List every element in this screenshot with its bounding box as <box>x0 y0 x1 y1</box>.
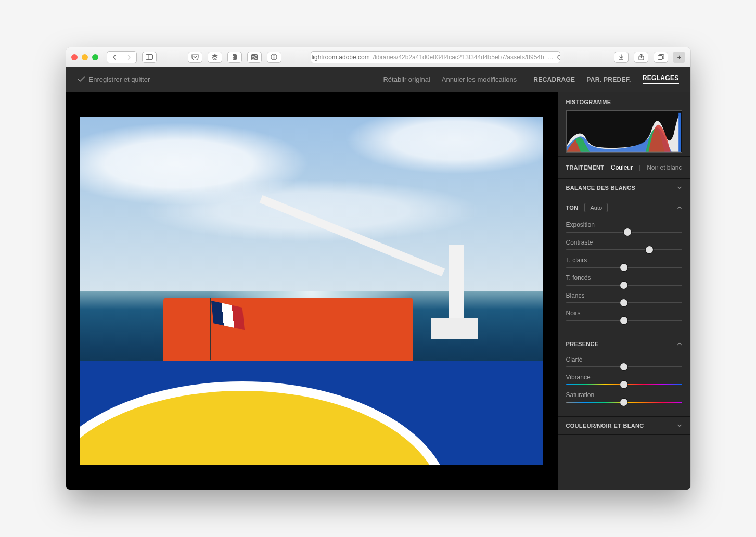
exposure-label: Exposition <box>566 221 682 228</box>
vibrance-thumb[interactable] <box>620 381 627 388</box>
photo-crane <box>247 222 478 340</box>
tabs-icon <box>658 54 664 60</box>
treatment-color-option[interactable]: Couleur <box>611 164 633 171</box>
tone-header[interactable]: TON Auto <box>558 197 690 218</box>
toolbar-right: + <box>614 52 685 63</box>
onepassword-extension-button[interactable] <box>267 52 281 63</box>
vibrance-label: Vibrance <box>566 374 682 381</box>
image-stage <box>66 92 557 490</box>
zoom-window-button[interactable] <box>92 54 98 60</box>
white-balance-section: BALANCE DES BLANCS <box>558 179 690 197</box>
restore-original-button[interactable]: Rétablir original <box>383 75 430 83</box>
checkmark-icon <box>78 76 85 82</box>
clarity-label: Clarté <box>566 356 682 363</box>
chevron-down-icon <box>677 185 682 190</box>
tab-presets[interactable]: PAR. PREDEF. <box>586 76 631 83</box>
shadows-thumb[interactable] <box>620 282 627 289</box>
color-bw-header[interactable]: COULEUR/NOIR ET BLANC <box>558 417 690 434</box>
minimize-window-button[interactable] <box>82 54 88 60</box>
blacks-label: Noirs <box>566 310 682 317</box>
clarity-slider-row: Clarté <box>566 356 682 367</box>
app-body: HISTOGRAMME <box>66 92 690 490</box>
presence-header[interactable]: PRESENCE <box>558 335 690 353</box>
pocket-icon <box>191 54 199 60</box>
tab-crop[interactable]: RECADRAGE <box>533 76 575 83</box>
browser-window: lightroom.adobe.com/libraries/42b2a41d0e… <box>66 47 690 490</box>
reload-icon[interactable] <box>557 54 561 60</box>
clarity-thumb[interactable] <box>620 363 627 370</box>
white-balance-title: BALANCE DES BLANCS <box>566 185 636 191</box>
shadows-slider-row: T. foncés <box>566 274 682 286</box>
pocket-extension-button[interactable] <box>188 52 202 63</box>
chevron-down-icon <box>677 423 682 428</box>
clarity-slider[interactable] <box>566 366 682 367</box>
highlights-label: T. clairs <box>566 257 682 264</box>
evernote-extension-button[interactable] <box>227 52 242 63</box>
vibrance-slider-row: Vibrance <box>566 374 682 385</box>
edit-mode-tabs: RECADRAGE PAR. PREDEF. REGLAGES <box>533 74 678 84</box>
whites-slider-row: Blancs <box>566 292 682 303</box>
histogram-display <box>566 110 682 153</box>
white-balance-header[interactable]: BALANCE DES BLANCS <box>558 179 690 197</box>
shadows-slider[interactable] <box>566 285 682 286</box>
saturation-slider[interactable] <box>566 402 682 403</box>
tone-body: Exposition Contraste T. clairs T. f <box>558 221 690 335</box>
address-bar[interactable]: lightroom.adobe.com/libraries/42b2a41d0e… <box>311 51 560 63</box>
url-fade: … <box>547 54 554 61</box>
tab-settings[interactable]: REGLAGES <box>643 74 679 84</box>
blacks-thumb[interactable] <box>620 317 627 324</box>
vibrance-slider[interactable] <box>566 384 682 385</box>
tabs-overview-button[interactable] <box>654 52 668 63</box>
chevron-up-icon <box>677 205 682 210</box>
buffer-extension-button[interactable] <box>208 52 222 63</box>
contrast-slider[interactable] <box>566 249 682 250</box>
contrast-thumb[interactable] <box>646 246 653 253</box>
new-tab-button[interactable]: + <box>673 52 685 63</box>
chevron-left-icon <box>112 55 117 60</box>
tone-auto-button[interactable]: Auto <box>584 203 608 212</box>
whites-thumb[interactable] <box>620 299 627 306</box>
blacks-slider[interactable] <box>566 320 682 321</box>
todoist-extension-button[interactable] <box>247 52 262 63</box>
treatment-bw-option[interactable]: Noir et blanc <box>647 164 682 171</box>
svg-rect-0 <box>146 55 152 60</box>
share-button[interactable] <box>634 52 648 63</box>
sidebar-toggle-button[interactable] <box>142 52 157 63</box>
downloads-button[interactable] <box>614 52 629 63</box>
exposure-slider[interactable] <box>566 232 682 233</box>
histogram-section: HISTOGRAMME <box>558 92 690 157</box>
save-and-exit-label: Enregistrer et quitter <box>89 75 150 83</box>
color-bw-section: COULEUR/NOIR ET BLANC <box>558 417 690 435</box>
forward-button[interactable] <box>122 52 136 63</box>
highlights-slider[interactable] <box>566 267 682 268</box>
presence-title: PRESENCE <box>566 341 599 347</box>
contrast-slider-row: Contraste <box>566 239 682 250</box>
cancel-edits-button[interactable]: Annuler les modifications <box>442 75 517 83</box>
presence-body: Clarté Vibrance Saturation <box>558 356 690 416</box>
svg-rect-10 <box>678 113 682 152</box>
save-and-exit-button[interactable]: Enregistrer et quitter <box>78 75 150 83</box>
exposure-slider-row: Exposition <box>566 221 682 233</box>
exposure-thumb[interactable] <box>624 228 631 236</box>
svg-rect-9 <box>658 56 662 60</box>
stack-icon <box>211 54 219 61</box>
whites-slider[interactable] <box>566 302 682 303</box>
highlights-slider-row: T. clairs <box>566 257 682 268</box>
lightroom-app: Enregistrer et quitter Rétablir original… <box>66 67 690 490</box>
edited-photo[interactable] <box>80 117 543 465</box>
close-window-button[interactable] <box>71 54 78 60</box>
app-top-bar: Enregistrer et quitter Rétablir original… <box>66 67 690 92</box>
saturation-thumb[interactable] <box>620 399 627 406</box>
highlights-thumb[interactable] <box>620 264 627 271</box>
saturation-slider-row: Saturation <box>566 391 682 403</box>
color-bw-title: COULEUR/NOIR ET BLANC <box>566 423 644 429</box>
url-path: /libraries/42b2a41d0e034f4cac213f344d4b5… <box>373 54 544 61</box>
back-button[interactable] <box>107 52 122 63</box>
treatment-label: TRAITEMENT <box>566 164 605 171</box>
todoist-icon <box>251 54 258 60</box>
settings-panel[interactable]: HISTOGRAMME <box>557 92 690 490</box>
sidebar-icon <box>146 54 153 60</box>
blacks-slider-row: Noirs <box>566 310 682 321</box>
tone-title: TON <box>566 204 579 211</box>
tone-section: TON Auto Exposition Contraste <box>558 197 690 335</box>
